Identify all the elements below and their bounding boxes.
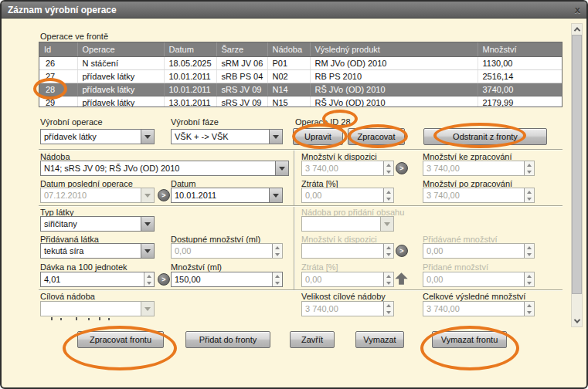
spinner-arrows-icon[interactable] [272, 272, 282, 286]
cell-id[interactable]: 29 [39, 96, 77, 108]
spinner-arrows-icon [272, 244, 282, 258]
chevron-down-icon[interactable] [141, 244, 154, 258]
davka-field[interactable]: 4,01 [40, 272, 155, 287]
spinner-arrows-icon [524, 302, 534, 316]
vyrobni-operace-value: přídavek látky [41, 130, 141, 144]
spinner-arrows-icon [383, 244, 393, 258]
col-header-datum[interactable]: Datum [164, 42, 216, 57]
pridavane-mnozstvi-value: 0,00 [423, 244, 524, 258]
spinner-arrows-icon [383, 161, 393, 175]
zpracovat-frontu-button[interactable]: Zpracovat frontu [77, 331, 164, 348]
datum-select[interactable]: 10.01.2011 [171, 188, 283, 203]
velikost-label: Velikost cílové nádoby [301, 292, 386, 301]
col-header-mnozstvi[interactable]: Množství [478, 42, 562, 57]
table-row[interactable]: 29 přídavek látky 13.01.2011 sRS JV 09 N… [39, 96, 562, 108]
cell-datum[interactable]: 10.01.2011 [164, 70, 216, 83]
scroll-up-button[interactable] [572, 24, 582, 35]
table-row-selected[interactable]: 28 přídavek látky 10.01.2011 sRS JV 09 N… [39, 83, 562, 96]
odstranit-z-fronty-button[interactable]: Odstranit z fronty [423, 128, 547, 145]
scrollbar-thumb[interactable] [572, 35, 582, 294]
cell-produkt[interactable]: RŠ JVo (OD) 2010 [310, 83, 478, 96]
upravit-button[interactable]: Upravit [293, 128, 343, 145]
cell-sarze[interactable]: sRB PS 04 [216, 70, 267, 83]
chevron-down-icon[interactable] [269, 188, 282, 202]
table-row[interactable]: 26 N stáčení 18.05.2025 sRM JV 06 P01 RM… [39, 57, 562, 70]
davka-label: Dávka na 100 jednotek [40, 262, 127, 272]
cell-operace[interactable]: N stáčení [77, 57, 164, 70]
table-row[interactable]: 27 přídavek látky 10.01.2011 sRB PS 04 N… [39, 70, 562, 83]
chevron-down-icon [141, 188, 154, 202]
cell-nadoba[interactable]: N02 [267, 70, 310, 83]
nadoba-select[interactable]: N14; sRS JV 09; RŠ JVo (OD) 2010 [40, 161, 289, 176]
cell-sarze[interactable]: sRM JV 06 [216, 57, 267, 70]
pridane-mnozstvi-label: Přidané množství [423, 262, 488, 272]
col-header-nadoba[interactable]: Nádoba [267, 42, 310, 57]
transfer-arrow-button[interactable]: > [158, 189, 170, 201]
dostupne-mnozstvi-value: 0,00 [172, 244, 272, 258]
cell-datum[interactable]: 13.01.2011 [164, 96, 216, 108]
cell-produkt[interactable]: RM JVo (OD) 2010 [310, 57, 478, 70]
chevron-down-icon[interactable] [269, 130, 282, 144]
vymazat-frontu-button[interactable]: Vymazat frontu [432, 331, 507, 348]
col-header-sarze[interactable]: Šarze [216, 42, 267, 57]
pridat-do-fronty-button[interactable]: Přidat do fronty [185, 331, 270, 348]
scroll-down-button[interactable] [572, 316, 582, 326]
chevron-down-icon[interactable] [141, 217, 154, 231]
pridane-mnozstvi-value: 0,00 [423, 272, 524, 286]
cell-operace[interactable]: přídavek látky [77, 70, 164, 83]
table-header-row: Id Operace Datum Šarze Nádoba Výsledný p… [39, 42, 562, 57]
cell-mnozstvi[interactable]: 2179,99 [478, 96, 562, 108]
nadoba-pro-pridani-select [301, 216, 394, 232]
vyrobni-operace-label: Výrobní operace [40, 117, 103, 127]
vertical-scrollbar[interactable] [571, 23, 583, 327]
spinner-arrows-icon [524, 161, 534, 175]
cell-id[interactable]: 27 [39, 70, 77, 83]
transfer-arrow-button[interactable]: > [396, 245, 408, 257]
vyrobni-faze-value: VŠK + -> VŠK [172, 130, 269, 144]
vymazat-button[interactable]: Vymazat [355, 331, 404, 348]
up-arrow-icon[interactable] [395, 272, 408, 285]
col-header-produkt[interactable]: Výsledný produkt [310, 42, 478, 57]
typ-latky-select[interactable]: siřičitany [40, 216, 155, 232]
cell-id[interactable]: 26 [39, 57, 77, 70]
cell-mnozstvi[interactable]: 3740,00 [478, 83, 562, 96]
cell-datum[interactable]: 18.05.2025 [164, 57, 216, 70]
cell-mnozstvi[interactable]: 2516,14 [478, 70, 562, 83]
datum-value: 10.01.2011 [172, 188, 269, 202]
chevron-down-icon [141, 302, 154, 316]
cell-operace[interactable]: přídavek látky [77, 96, 164, 108]
mnozstvi-po-zpracovani-field: 3 740,00 [423, 188, 535, 203]
cell-produkt[interactable]: RB PS 2010 [310, 70, 478, 83]
celkove-field: 3 740,00 [423, 301, 535, 316]
cell-nadoba[interactable]: P01 [267, 57, 310, 70]
dialog-window: Záznam výrobní operace x Operace ve fron… [0, 0, 588, 389]
chevron-down-icon[interactable] [141, 130, 154, 144]
transfer-arrow-button[interactable]: > [158, 273, 170, 286]
spinner-arrows-icon[interactable] [144, 272, 154, 286]
col-header-id[interactable]: Id [39, 42, 77, 57]
cell-sarze[interactable]: sRS JV 09 [216, 96, 267, 108]
col-header-operace[interactable]: Operace [77, 42, 164, 57]
mnozstvi-po-zpracovani-value: 3 740,00 [423, 188, 524, 202]
zavrit-button[interactable]: Zavřít [290, 331, 335, 348]
clipped-text-fragment [51, 317, 53, 320]
cell-produkt[interactable]: RŠ JVo (OD) 2010 [310, 96, 478, 108]
titlebar[interactable]: Záznam výrobní operace x [2, 2, 586, 19]
vyrobni-operace-select[interactable]: přídavek látky [40, 129, 155, 144]
cell-sarze[interactable]: sRS JV 09 [216, 83, 267, 96]
cell-mnozstvi[interactable]: 1130,00 [478, 57, 562, 70]
cell-nadoba[interactable]: N15 [267, 96, 310, 108]
zpracovat-button[interactable]: Zpracovat [348, 128, 405, 145]
mnozstvi-ml-field[interactable]: 150,00 [171, 272, 283, 287]
cell-datum[interactable]: 10.01.2011 [164, 83, 216, 96]
cell-id[interactable]: 28 [39, 83, 77, 96]
cell-nadoba[interactable]: N14 [267, 83, 310, 96]
transfer-arrow-button[interactable]: > [396, 162, 408, 174]
cell-operace[interactable]: přídavek látky [77, 83, 164, 96]
chevron-down-icon [380, 217, 393, 231]
pridavana-latka-select[interactable]: tekutá síra [40, 243, 155, 259]
vyrobni-faze-select[interactable]: VŠK + -> VŠK [171, 129, 283, 144]
close-icon[interactable]: x [575, 5, 580, 15]
ztrata-value: 0,00 [302, 188, 383, 202]
chevron-down-icon[interactable] [275, 161, 288, 175]
